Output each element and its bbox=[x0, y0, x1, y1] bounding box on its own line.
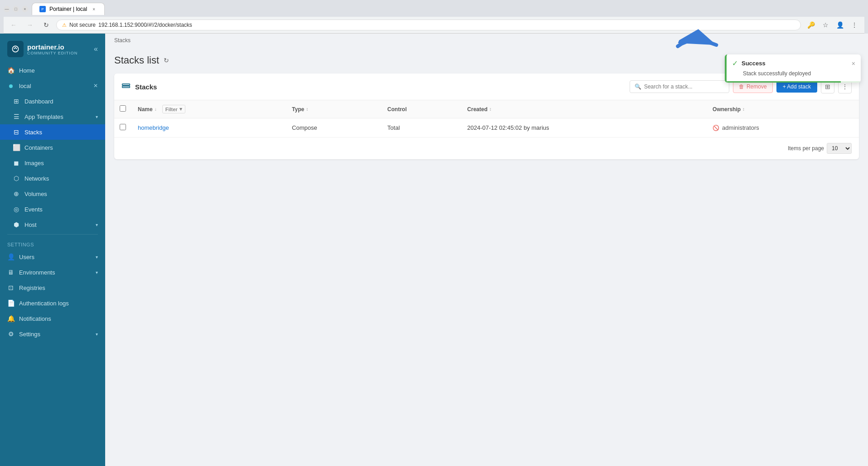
sidebar-item-label: Settings bbox=[19, 331, 91, 338]
toast-success-icon: ✓ bbox=[732, 59, 738, 68]
bookmark-button[interactable]: ☆ bbox=[819, 19, 832, 31]
select-all-checkbox[interactable] bbox=[120, 105, 126, 112]
row-control: Total bbox=[388, 124, 400, 131]
sidebar-item-notifications[interactable]: 🔔 Notifications bbox=[0, 311, 105, 326]
items-per-page: Items per page 10 25 50 100 bbox=[788, 143, 852, 154]
items-per-page-select[interactable]: 10 25 50 100 bbox=[827, 143, 852, 154]
sidebar-item-networks[interactable]: ⬡ Networks bbox=[0, 171, 105, 186]
sidebar-item-local[interactable]: local ✕ bbox=[0, 78, 105, 93]
sidebar-item-host[interactable]: ⬢ Host ▾ bbox=[0, 217, 105, 232]
users-icon: 👤 bbox=[7, 253, 15, 260]
sidebar-item-label: Volumes bbox=[24, 191, 98, 197]
row-created-cell: 2024-07-12 02:45:02 by marius bbox=[462, 118, 707, 137]
chevron-down-icon: ▾ bbox=[96, 255, 98, 260]
environments-icon: 🖥 bbox=[7, 269, 15, 276]
row-checkbox-cell[interactable] bbox=[114, 118, 132, 137]
stacks-header-icon bbox=[121, 81, 131, 93]
tab-bar: P Portainer | local × bbox=[32, 3, 105, 15]
active-tab[interactable]: P Portainer | local × bbox=[32, 3, 105, 15]
notifications-icon: 🔔 bbox=[7, 315, 15, 322]
table-header: Name ↓ Filter ▾ Type bbox=[114, 100, 859, 118]
toast: ✓ Success × Stack successfully deployed bbox=[725, 54, 861, 83]
stack-link[interactable]: homebridge bbox=[138, 124, 169, 131]
forward-button[interactable]: → bbox=[24, 19, 36, 31]
toast-container: ✓ Success × Stack successfully deployed bbox=[725, 54, 861, 83]
chevron-down-icon: ▾ bbox=[96, 114, 98, 119]
sort-icon: ↕ bbox=[742, 107, 745, 112]
sidebar-collapse-button[interactable]: « bbox=[94, 45, 98, 53]
env-close-icon[interactable]: ✕ bbox=[93, 83, 98, 89]
sidebar-item-users[interactable]: 👤 Users ▾ bbox=[0, 249, 105, 265]
row-checkbox[interactable] bbox=[120, 124, 126, 130]
close-window-button[interactable]: × bbox=[22, 6, 28, 12]
tab-close-button[interactable]: × bbox=[91, 6, 97, 12]
select-all-col bbox=[114, 100, 132, 118]
sidebar-item-registries[interactable]: ⊡ Registries bbox=[0, 280, 105, 295]
table-body: homebridge Compose Total 2024-07-12 02:4… bbox=[114, 118, 859, 137]
sidebar-item-app-templates[interactable]: ☰ App Templates ▾ bbox=[0, 109, 105, 124]
toast-close-button[interactable]: × bbox=[852, 60, 855, 67]
minimize-button[interactable]: — bbox=[4, 6, 10, 12]
sidebar-item-environments[interactable]: 🖥 Environments ▾ bbox=[0, 265, 105, 280]
reload-button[interactable]: ↻ bbox=[40, 19, 53, 31]
password-button[interactable]: 🔑 bbox=[805, 19, 817, 31]
refresh-button[interactable]: ↻ bbox=[164, 57, 169, 64]
toast-progress bbox=[727, 81, 861, 83]
sidebar-item-label: App Templates bbox=[24, 113, 91, 120]
address-bar[interactable]: ⚠ Not secure 192.168.1.152:9000/#!/2/doc… bbox=[56, 20, 801, 30]
env-dot-icon bbox=[7, 82, 15, 89]
row-ownership: administrators bbox=[722, 124, 759, 131]
filter-button[interactable]: Filter ▾ bbox=[162, 105, 185, 113]
sidebar-item-stacks[interactable]: ⊟ Stacks bbox=[0, 124, 105, 140]
dashboard-icon: ⊞ bbox=[13, 98, 20, 105]
th-ownership[interactable]: Ownership ↕ bbox=[707, 100, 859, 118]
profile-button[interactable]: 👤 bbox=[834, 19, 846, 31]
content-area: Stacks list ↻ Stacks 🔍 bbox=[105, 47, 868, 466]
sidebar-item-containers[interactable]: ⬜ Containers bbox=[0, 140, 105, 155]
sidebar-item-volumes[interactable]: ⊕ Volumes bbox=[0, 186, 105, 201]
sidebar-item-home[interactable]: 🏠 Home bbox=[0, 63, 105, 78]
chevron-down-icon: ▾ bbox=[96, 270, 98, 275]
settings-icon: ⚙ bbox=[7, 330, 15, 338]
sidebar-item-label: Networks bbox=[24, 175, 98, 182]
auth-logs-icon: 📄 bbox=[7, 299, 15, 307]
sidebar-item-label: local bbox=[19, 83, 89, 89]
stacks-icon: ⊟ bbox=[13, 128, 20, 136]
app-templates-icon: ☰ bbox=[13, 113, 20, 120]
search-input[interactable] bbox=[644, 83, 724, 90]
sidebar-item-auth-logs[interactable]: 📄 Authentication logs bbox=[0, 295, 105, 311]
browser-actions: 🔑 ☆ 👤 ⋮ bbox=[805, 19, 861, 31]
sidebar-item-images[interactable]: ◼ Images bbox=[0, 155, 105, 171]
th-ownership-label: Ownership bbox=[713, 106, 741, 113]
row-created: 2024-07-12 02:45:02 by marius bbox=[467, 124, 549, 131]
filter-icon: ▾ bbox=[179, 106, 182, 112]
th-name[interactable]: Name ↓ Filter ▾ bbox=[132, 100, 286, 118]
logo-icon bbox=[7, 41, 24, 57]
browser-window-controls[interactable]: — □ × bbox=[4, 6, 28, 12]
sort-icon: ↓ bbox=[155, 107, 157, 112]
th-type[interactable]: Type ↕ bbox=[286, 100, 382, 118]
row-ownership-cell: 🚫 administrators bbox=[707, 118, 859, 137]
toast-title-area: ✓ Success bbox=[732, 59, 766, 68]
images-icon: ◼ bbox=[13, 159, 20, 167]
menu-button[interactable]: ⋮ bbox=[848, 19, 861, 31]
search-box[interactable]: 🔍 bbox=[630, 80, 729, 93]
sort-icon: ↕ bbox=[490, 107, 492, 112]
page-title: Stacks list bbox=[114, 54, 159, 66]
ownership-icon: 🚫 bbox=[713, 125, 719, 131]
sidebar-divider bbox=[7, 234, 98, 235]
sidebar-item-dashboard[interactable]: ⊞ Dashboard bbox=[0, 93, 105, 109]
maximize-button[interactable]: □ bbox=[13, 6, 19, 12]
sidebar-item-label: Users bbox=[19, 254, 91, 260]
tab-favicon: P bbox=[39, 6, 46, 12]
row-control-cell: Total bbox=[382, 118, 462, 137]
logo-main: portainer.io bbox=[27, 43, 78, 51]
row-type: Compose bbox=[292, 124, 317, 131]
th-created[interactable]: Created ↕ bbox=[462, 100, 707, 118]
sidebar-item-label: Images bbox=[24, 160, 98, 167]
sidebar-item-settings[interactable]: ⚙ Settings ▾ bbox=[0, 326, 105, 342]
sidebar-item-events[interactable]: ◎ Events bbox=[0, 201, 105, 217]
back-button[interactable]: ← bbox=[7, 19, 20, 31]
svg-rect-1 bbox=[122, 83, 130, 85]
registries-icon: ⊡ bbox=[7, 284, 15, 291]
